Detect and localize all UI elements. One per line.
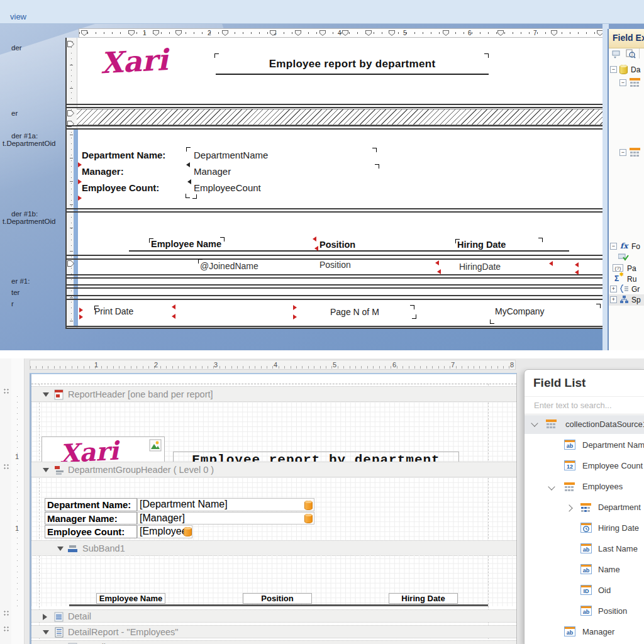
label-control[interactable]: Department Name: [45,498,137,511]
band-separator[interactable] [67,208,604,209]
pageheader-hatched-band[interactable] [77,109,604,125]
page-number-field[interactable]: Page N of M [330,307,379,317]
band-label-pagefooter[interactable]: r [11,300,14,308]
band-label-groupheader1a[interactable]: der #1a: [11,132,38,140]
expand-arrow-icon[interactable] [43,614,47,620]
band-drag-handle[interactable] [3,610,9,617]
field-list-search[interactable] [525,396,644,414]
ruler-marker-icon[interactable] [443,30,449,36]
report-page[interactable]: Xari Employee report by department Depar… [65,38,605,329]
chevron-down-icon[interactable] [531,419,538,426]
tab-preview[interactable]: view [10,12,26,21]
ruler-marker-icon[interactable] [389,30,395,36]
tree-item-field[interactable]: ab Manager [525,624,644,641]
tree-item-collection[interactable]: Employees [525,479,644,496]
expand-toggle[interactable]: + [610,296,617,303]
bound-field[interactable]: [Manager] [137,512,314,525]
design-surface[interactable]: ReportHeader [one band per report] Xari … [30,373,517,644]
band-separator[interactable] [67,107,604,108]
band-separator[interactable] [67,326,604,327]
table-header-cell[interactable]: Employee Name [96,593,165,604]
ruler-marker-icon[interactable] [365,30,372,36]
collapse-toggle[interactable]: − [619,149,626,156]
band-separator[interactable] [67,287,604,289]
band-content-subband[interactable]: Employee Name Position Hiring Date [31,553,516,606]
tree-item-field[interactable]: ab Last Name [525,541,644,558]
field-label[interactable]: Department Name: [82,150,165,160]
chevron-down-icon[interactable] [548,483,555,490]
ruler-marker-icon[interactable] [319,30,326,36]
search-input[interactable] [533,400,642,411]
report-title[interactable]: Employee report by department [216,55,489,75]
browse-data-icon[interactable] [626,49,636,58]
tree-node-group-name-fields[interactable]: Gr [631,285,640,294]
collapse-toggle[interactable]: − [610,66,617,73]
band-separator[interactable] [67,274,604,275]
company-field[interactable]: MyCompany [495,306,545,316]
tree-item-field[interactable]: ID Oid [525,582,644,600]
band-header-groupheader[interactable]: DepartmentGroupHeader ( Level 0 ) [31,462,516,477]
ruler-marker-icon[interactable] [81,30,87,36]
tree-node-parameter-fields[interactable]: Pa [627,264,636,273]
ruler-marker-icon[interactable] [175,30,182,36]
ruler-marker-icon[interactable] [497,30,504,36]
column-header[interactable]: Position [319,240,355,250]
column-header[interactable]: Employee Name [151,239,221,249]
company-logo[interactable]: Xari [99,42,183,86]
tree-node-special-fields[interactable]: Sp [631,296,641,304]
ruler-marker-icon[interactable] [128,30,135,36]
column-header[interactable]: Hiring Date [457,240,506,250]
bound-field[interactable]: DepartmentName [194,150,268,160]
band-label-reportheader[interactable]: der [11,44,22,52]
band-label-groupfooter[interactable]: er #1: [11,277,30,285]
collapse-arrow-icon[interactable] [43,468,49,472]
ruler-marker-icon[interactable] [222,30,228,36]
vertical-ruler[interactable]: 1 1 [11,358,25,644]
expand-toggle[interactable]: + [610,286,617,292]
collapse-toggle[interactable]: − [619,79,626,86]
band-header-detail1[interactable]: Detail1 [31,640,516,644]
band-separator[interactable] [67,295,604,296]
field-explorer-header[interactable]: Field Exp [609,29,644,48]
ruler-marker-icon[interactable] [551,30,557,36]
ruler-marker-icon[interactable] [295,30,301,36]
tree-node-formula-fields[interactable]: Fo [631,242,640,251]
band-separator[interactable] [67,125,604,126]
band-separator[interactable] [67,328,604,329]
band-label-pageheader[interactable]: er [11,109,18,117]
band-separator[interactable] [67,299,604,300]
band-separator[interactable] [67,277,604,279]
tree-item-field[interactable]: Hiring Date [525,520,644,538]
label-control[interactable]: Employee Count: [45,525,137,538]
insert-to-report-icon[interactable] [612,50,621,58]
table-header-cell[interactable]: Position [243,593,312,604]
bound-field[interactable]: [Department Name] [137,498,314,511]
band-content-reportheader[interactable]: Xari Employee report by department [31,402,516,462]
formula-item-icon[interactable] [618,253,629,262]
band-drag-handle[interactable] [3,626,9,633]
picture-badge-icon[interactable] [149,439,162,452]
band-separator[interactable] [67,104,604,105]
tree-item-datasource[interactable]: collectionDataSource1 [525,415,644,434]
ruler-marker-icon[interactable] [153,30,159,36]
tree-item-field[interactable]: 12 Employee Count [525,458,644,475]
print-date-field[interactable]: Print Date [94,306,133,316]
band-label-groupheader1b[interactable]: der #1b: [11,210,38,218]
tree-node-database-fields[interactable]: Da [631,65,640,74]
tree-item-field[interactable]: ab Department Name [525,437,644,455]
field-label[interactable]: Employee Count: [82,182,159,193]
tree-item-field[interactable]: ab Position [525,603,644,621]
band-separator[interactable] [67,211,604,213]
bound-field[interactable]: Manager [194,166,231,177]
collapse-arrow-icon[interactable] [43,630,49,635]
band-header-reportheader[interactable]: ReportHeader [one band per report] [31,386,516,402]
band-label-groupheader1b-field[interactable]: t.DepartmentOid [3,218,55,225]
horizontal-ruler[interactable]: 1 2 3 4 5 6 7 [79,28,604,38]
ruler-marker-icon[interactable] [342,30,348,36]
tree-item-collection[interactable]: Department [525,499,644,517]
bound-field[interactable]: EmployeeCount [194,182,261,193]
band-drag-handle[interactable] [3,464,9,470]
label-control[interactable]: Manager Name: [45,512,137,525]
band-separator[interactable] [67,255,604,256]
band-separator[interactable] [67,128,604,130]
